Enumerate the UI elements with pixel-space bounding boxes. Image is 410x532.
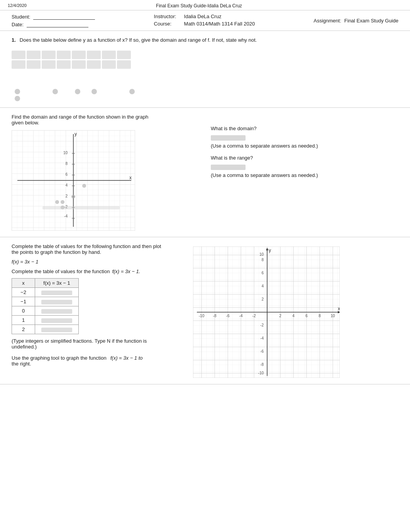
table-row: 1 bbox=[12, 316, 79, 325]
svg-text:-4: -4 bbox=[260, 336, 264, 340]
svg-text:4: 4 bbox=[292, 314, 295, 318]
q3-graph-instruction-function: f(x) = 3x − 1 to bbox=[110, 355, 143, 361]
q3-function-display: f(x) = 3x − 1 bbox=[12, 259, 189, 265]
q3-values-table: x f(x) = 3x − 1 −2 −1 0 bbox=[12, 278, 79, 334]
table-cell bbox=[57, 60, 71, 69]
svg-text:-4: -4 bbox=[239, 314, 243, 318]
q3-graph-instruction-prefix: Use the graphing tool to graph the funct… bbox=[12, 355, 107, 361]
row-x-0: 0 bbox=[12, 306, 35, 316]
date-input[interactable] bbox=[27, 21, 88, 27]
svg-text:-8: -8 bbox=[213, 314, 217, 318]
course-value: Math 0314/Math 1314 Fall 2020 bbox=[184, 21, 255, 27]
svg-text:10: 10 bbox=[63, 151, 68, 155]
question-3-section: Complete the table of values for the fol… bbox=[0, 237, 410, 384]
q3-table-instruction-prefix: Complete the table of values for the fun… bbox=[12, 269, 110, 274]
table-row: 0 bbox=[12, 306, 79, 316]
assignment-label: Assignment: bbox=[313, 18, 341, 24]
q1-blurred-table bbox=[12, 51, 131, 69]
q2-range-label: What is the range? bbox=[211, 155, 398, 161]
col-fx-header: f(x) = 3x − 1 bbox=[35, 279, 79, 288]
svg-text:2: 2 bbox=[279, 314, 281, 318]
svg-text:10: 10 bbox=[259, 252, 264, 257]
table-cell bbox=[42, 60, 56, 69]
q2-range-answer bbox=[211, 163, 398, 171]
svg-point-23 bbox=[55, 200, 59, 204]
q2-domain-blurred bbox=[211, 135, 246, 141]
q3-table-instruction-function: f(x) = 3x − 1. bbox=[112, 269, 140, 274]
svg-text:-8: -8 bbox=[260, 362, 264, 367]
page-header: 12/4/2020 Final Exam Study Guide-Idalia … bbox=[0, 0, 410, 10]
course-info: Instructor: Idalia DeLa Cruz Course: Mat… bbox=[154, 14, 255, 27]
row-fx-2 bbox=[35, 325, 79, 334]
q3-intro: Complete the table of values for the fol… bbox=[12, 243, 166, 255]
q3-left: Complete the table of values for the fol… bbox=[12, 243, 189, 378]
svg-rect-26 bbox=[42, 206, 120, 209]
table-cell bbox=[87, 51, 101, 59]
col-x-header: x bbox=[12, 279, 35, 288]
q3-graph: y x 2 4 6 8 10 -2 -4 -6 -8 -10 2 bbox=[193, 246, 340, 378]
row-x-2: 2 bbox=[12, 325, 35, 334]
q2-left: Find the domain and range of the functio… bbox=[12, 114, 199, 231]
svg-text:4: 4 bbox=[65, 183, 68, 187]
row-fx-neg2 bbox=[35, 288, 79, 297]
svg-text:x: x bbox=[129, 175, 132, 180]
svg-text:4: 4 bbox=[261, 284, 264, 288]
q1-answer-dots bbox=[15, 89, 398, 94]
svg-text:y: y bbox=[269, 248, 271, 253]
q3-graph-instruction-suffix: the right. bbox=[12, 361, 189, 367]
instructor-value: Idalia DeLa Cruz bbox=[184, 14, 222, 19]
row-x-neg2: −2 bbox=[12, 288, 35, 297]
svg-text:-2: -2 bbox=[252, 314, 256, 318]
assignment-value: Final Exam Study Guide bbox=[344, 18, 398, 24]
svg-text:-6: -6 bbox=[226, 314, 230, 318]
svg-text:x: x bbox=[338, 306, 340, 311]
table-cell bbox=[42, 51, 56, 59]
svg-text:2: 2 bbox=[261, 297, 264, 301]
q2-domain-label: What is the domain? bbox=[211, 126, 398, 131]
q3-type-note: (Type integers or simplified fractions. … bbox=[12, 338, 166, 350]
student-label: Student: bbox=[12, 14, 30, 20]
svg-text:6: 6 bbox=[305, 314, 308, 318]
svg-text:-2: -2 bbox=[260, 323, 264, 327]
svg-text:8: 8 bbox=[65, 161, 68, 166]
q2-domain-instruction: (Use a comma to separate answers as need… bbox=[211, 143, 398, 149]
svg-point-22 bbox=[61, 200, 64, 204]
instructor-label: Instructor: bbox=[154, 14, 181, 19]
q2-left-text: Find the domain and range of the functio… bbox=[12, 114, 151, 126]
assignment-block: Assignment: Final Exam Study Guide bbox=[313, 14, 398, 27]
svg-text:2: 2 bbox=[65, 194, 68, 198]
table-cell bbox=[72, 51, 86, 59]
table-cell bbox=[102, 60, 116, 69]
student-input[interactable] bbox=[33, 14, 95, 20]
svg-point-21 bbox=[82, 184, 86, 188]
table-cell bbox=[87, 60, 101, 69]
date-label: Date: bbox=[12, 22, 24, 27]
question-1-section: 1. Does the table below define y as a fu… bbox=[0, 31, 410, 108]
svg-text:-4: -4 bbox=[64, 214, 68, 218]
row-fx-neg1 bbox=[35, 297, 79, 306]
table-row: −1 bbox=[12, 297, 79, 306]
svg-text:8: 8 bbox=[319, 314, 321, 318]
svg-text:-6: -6 bbox=[260, 349, 264, 354]
student-info: Student: Date: bbox=[12, 14, 95, 27]
svg-text:6: 6 bbox=[261, 271, 264, 275]
row-fx-1 bbox=[35, 316, 79, 325]
table-cell bbox=[27, 60, 41, 69]
q2-range-instruction: (Use a comma to separate answers as need… bbox=[211, 172, 398, 178]
q2-domain-answer bbox=[211, 134, 398, 141]
table-cell bbox=[117, 51, 131, 59]
svg-point-24 bbox=[71, 195, 75, 199]
header-date: 12/4/2020 bbox=[8, 3, 27, 8]
table-cell bbox=[12, 51, 25, 59]
course-label: Course: bbox=[154, 21, 181, 27]
q3-graph-svg: y x 2 4 6 8 10 -2 -4 -6 -8 -10 2 bbox=[193, 246, 340, 378]
q1-number: 1. bbox=[12, 37, 16, 43]
q2-range-blurred bbox=[211, 165, 246, 170]
table-row: 2 bbox=[12, 325, 79, 334]
svg-text:10: 10 bbox=[330, 314, 335, 318]
svg-text:-10: -10 bbox=[199, 314, 205, 318]
header-title: Final Exam Study Guide-Idalia DeLa Cruz bbox=[156, 3, 242, 8]
table-row: −2 bbox=[12, 288, 79, 297]
row-x-1: 1 bbox=[12, 316, 35, 325]
table-cell bbox=[12, 60, 25, 69]
